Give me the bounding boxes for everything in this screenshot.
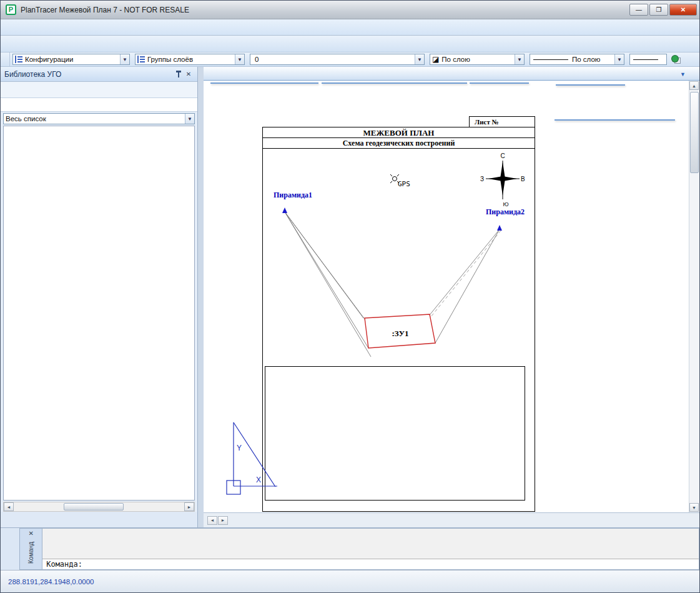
linetype-combo[interactable]: По слою ▼	[530, 54, 624, 65]
main-area: Библиотека УГО ✕ Весь список ▼ ◄ ► ▼	[1, 67, 699, 527]
floating-toolbar-sheets	[555, 119, 675, 121]
command-panel-strip: ✕ Команд	[19, 528, 42, 570]
tab-scroll-left-icon[interactable]: ◄	[207, 516, 217, 525]
status-bar: 288.8191,284.1948,0.0000	[1, 570, 699, 592]
lineweight-preview	[633, 59, 658, 60]
pin-icon[interactable]	[174, 68, 184, 81]
library-filter-value: Весь список	[6, 115, 46, 122]
tab-list-dropdown-icon[interactable]: ▼	[680, 71, 686, 77]
floating-toolbar-kadastr	[210, 82, 318, 84]
layer-groups-value: Группы слоёв	[147, 56, 193, 63]
layer-tools-group	[4, 52, 10, 66]
color-combo[interactable]: ◪ По слою ▼	[430, 54, 525, 65]
linetype-value: По слою	[572, 56, 600, 63]
chevron-down-icon[interactable]: ▼	[185, 114, 194, 124]
current-layer-name: 0	[255, 56, 259, 63]
scroll-down-icon[interactable]: ▼	[689, 503, 699, 512]
minimize-button[interactable]: —	[629, 4, 648, 16]
document-tab-bar: ▼	[204, 67, 699, 81]
close-button[interactable]: ✕	[669, 4, 697, 16]
cursor-coordinates: 288.8191,284.1948,0.0000	[4, 578, 129, 586]
command-panel-label: Команд	[27, 542, 34, 564]
configurations-combo[interactable]: Конфигурации ▼	[12, 54, 130, 65]
command-window: Команда:	[42, 528, 699, 570]
color-swatch-icon: ◪	[432, 55, 439, 64]
menu-bar	[1, 19, 699, 36]
command-panel: ✕ Команд Команда:	[1, 527, 699, 570]
layer-groups-combo[interactable]: Группы слоёв ▼	[135, 54, 245, 65]
panel-splitter[interactable]	[198, 67, 204, 527]
symbol-tree	[3, 126, 195, 501]
lineweight-combo[interactable]	[629, 54, 667, 65]
symbol-preview-box	[1, 98, 197, 112]
plan-title: МЕЖЕВОЙ ПЛАН	[263, 127, 535, 138]
library-horizontal-scrollbar[interactable]: ◄ ►	[3, 502, 195, 512]
layers-toolbar: Конфигурации ▼ Группы слоёв ▼ 0 ▼ ◪ По с…	[1, 52, 699, 67]
linetype-preview	[533, 59, 568, 60]
chevron-down-icon[interactable]: ▼	[614, 54, 624, 64]
chevron-down-icon[interactable]: ▼	[120, 54, 129, 64]
sheet-tab-bar: ◄ ►	[204, 512, 699, 527]
app-window: P PlanTracer Межевой План 7 - NOT FOR RE…	[0, 0, 700, 593]
layer-groups-icon	[137, 56, 145, 63]
configurations-icon	[15, 56, 22, 63]
scrollbar-thumb[interactable]	[690, 92, 699, 173]
maximize-button[interactable]: ❐	[649, 4, 668, 16]
svg-text:X: X	[256, 476, 261, 484]
library-panel: Библиотека УГО ✕ Весь список ▼ ◄ ►	[1, 67, 198, 527]
app-logo-icon: P	[6, 4, 16, 15]
plan-subtitle: Схема геодезических построений	[263, 138, 535, 149]
chevron-down-icon[interactable]: ▼	[515, 54, 524, 64]
floating-toolbar-objects	[322, 82, 467, 84]
scroll-left-icon[interactable]: ◄	[4, 502, 14, 511]
draw-order-button[interactable]	[669, 53, 683, 66]
floating-toolbar-edit	[470, 82, 529, 84]
tab-scroll-right-icon[interactable]: ►	[218, 516, 228, 525]
current-layer-combo[interactable]: 0 ▼	[250, 54, 425, 65]
panel-close-icon[interactable]: ✕	[184, 68, 194, 81]
chevron-down-icon[interactable]: ▼	[415, 54, 424, 64]
main-toolbar	[1, 36, 699, 52]
drawing-canvas[interactable]: Лист № МЕЖЕВОЙ ПЛАН Схема геодезических …	[204, 81, 699, 512]
command-history[interactable]	[42, 529, 699, 559]
svg-text:Y: Y	[237, 444, 242, 452]
library-panel-header: Библиотека УГО ✕	[1, 67, 197, 82]
sheet-number-box: Лист №	[469, 116, 535, 127]
document-area: ▼ Лист № МЕЖЕВОЙ ПЛАН Схема геодезически…	[204, 67, 699, 527]
left-panel-tabs	[1, 512, 197, 527]
configurations-value: Конфигурации	[25, 56, 73, 63]
library-filter-combo[interactable]: Весь список ▼	[3, 113, 195, 124]
library-toolbar	[1, 82, 197, 98]
command-prompt[interactable]: Команда:	[42, 559, 699, 569]
scrollbar-thumb[interactable]	[64, 503, 124, 511]
scroll-right-icon[interactable]: ►	[184, 502, 194, 511]
color-value: По слою	[441, 56, 470, 63]
title-bar: P PlanTracer Межевой План 7 - NOT FOR RE…	[1, 1, 699, 19]
legend-table	[265, 366, 525, 501]
scroll-up-icon[interactable]: ▲	[689, 81, 699, 90]
window-title: PlanTracer Межевой План 7 - NOT FOR RESA…	[21, 6, 628, 14]
vertical-scrollbar[interactable]: ▲ ▼	[689, 81, 699, 512]
library-panel-title: Библиотека УГО	[4, 70, 174, 79]
floating-toolbar-mark	[556, 84, 625, 86]
dock-gutter	[1, 528, 19, 570]
command-close-icon[interactable]: ✕	[28, 530, 33, 537]
chevron-down-icon[interactable]: ▼	[235, 54, 244, 64]
